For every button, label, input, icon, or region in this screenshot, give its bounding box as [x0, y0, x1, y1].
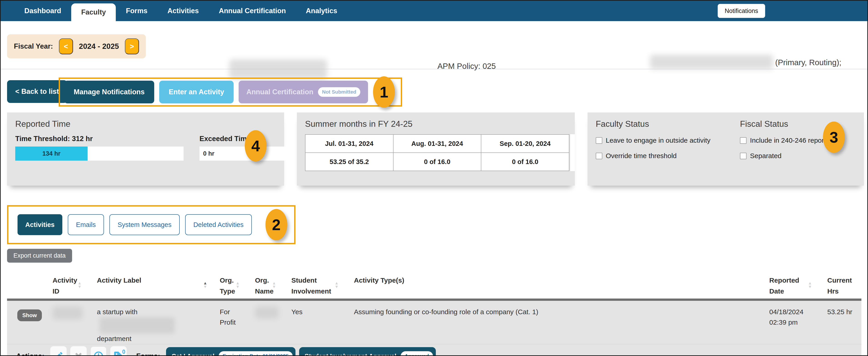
student-involvement-approval-badge[interactable]: Student Involvement Approval Approved	[299, 347, 436, 356]
header-activity-label-label: Activity Label	[97, 275, 141, 286]
leave-outside-activity-checkbox[interactable]	[596, 137, 602, 144]
sort-icon[interactable]	[78, 281, 82, 288]
cat-i-approval-badge[interactable]: Cat I Approval Expiration Date 01/01/202…	[166, 347, 296, 356]
row-activity-id	[44, 301, 89, 344]
department-suffix: (Primary, Routing);	[775, 58, 841, 67]
notifications-button[interactable]: Notifications	[718, 4, 765, 18]
nav-tab-faculty[interactable]: Faculty	[71, 3, 116, 21]
include-240-246-label: Include in 240-246 report	[750, 137, 826, 144]
enter-activity-button[interactable]: Enter an Activity	[159, 81, 234, 103]
department-line: (Primary, Routing);	[650, 55, 862, 69]
sort-icon[interactable]	[335, 281, 339, 288]
header-current-hrs[interactable]: Current Hrs	[819, 269, 861, 297]
table-row: Show a startup with department For Profi…	[7, 301, 861, 344]
toolbar: < Back to list Manage Notifications Ente…	[1, 69, 867, 108]
redacted-activity-label	[100, 317, 175, 333]
fiscal-year-next-button[interactable]: >	[125, 38, 139, 54]
faculty-status-block: Faculty Status Leave to engage in outsid…	[596, 119, 710, 160]
row-student-involvement: Yes	[283, 301, 346, 344]
callout-box-2: Activities Emails System Messages Delete…	[7, 205, 296, 244]
delete-activity-button[interactable]	[70, 346, 87, 356]
cat-i-approval-name: Cat I Approval	[172, 353, 215, 356]
header-activity-label[interactable]: Activity Label	[89, 269, 212, 297]
status-panel: Faculty Status Leave to engage in outsid…	[588, 112, 864, 186]
header-org-type[interactable]: Org. Type	[212, 269, 247, 297]
header-activity-id[interactable]: Activity ID	[44, 269, 89, 297]
reported-time-panel: Reported Time Time Threshold: 312 hr 134…	[7, 112, 284, 186]
time-threshold-label: Time Threshold: 312 hr	[15, 135, 184, 143]
callout-1-badge: 1	[373, 76, 395, 108]
header-actions-col	[7, 269, 44, 297]
sort-asc-icon[interactable]	[203, 281, 207, 288]
page: Dashboard Faculty Forms Activities Annua…	[0, 0, 868, 356]
separated-checkbox[interactable]	[740, 153, 747, 159]
row-current-hrs: 53.25 hr	[819, 301, 861, 344]
override-threshold-checkbox[interactable]	[596, 153, 602, 159]
header-activity-types-label: Activity Type(s)	[354, 275, 404, 286]
header-student-involvement[interactable]: Student Involvement	[283, 269, 346, 297]
clock-icon	[93, 351, 104, 356]
summer-table-scrollbar[interactable]	[570, 134, 575, 171]
activity-label-line1: a startup with	[97, 308, 137, 316]
header-org-name[interactable]: Org. Name	[247, 269, 283, 297]
tag-count-badge: 0	[122, 349, 125, 355]
summer-months-title: Summer months in FY 24-25	[305, 119, 575, 129]
summer-months-panel: Summer months in FY 24-25 Jul. 01-31, 20…	[297, 112, 575, 186]
fiscal-status-title: Fiscal Status	[740, 119, 826, 129]
nav-tab-dashboard[interactable]: Dashboard	[14, 1, 71, 21]
nav-tab-activities[interactable]: Activities	[157, 1, 209, 21]
show-button[interactable]: Show	[17, 310, 42, 321]
tab-deleted-activities[interactable]: Deleted Activities	[185, 214, 252, 235]
fiscal-status-block: Fiscal Status Include in 240-246 report …	[740, 119, 826, 160]
tab-system-messages[interactable]: System Messages	[110, 214, 180, 235]
redacted-org-name	[255, 307, 279, 319]
export-current-data-button[interactable]: Export current data	[7, 249, 72, 263]
separated-label: Separated	[750, 152, 781, 160]
header-reported-date[interactable]: Reported Date	[761, 269, 819, 297]
row-org-type: For Profit	[212, 301, 247, 344]
exceeded-time-block: Exceeded Time 0 hr	[199, 135, 287, 161]
callout-3-badge: 3	[823, 121, 845, 153]
info-panels: Reported Time Time Threshold: 312 hr 134…	[7, 112, 867, 186]
row-activity-label: a startup with department	[89, 301, 212, 344]
nav-tab-annual-certification[interactable]: Annual Certification	[209, 1, 296, 21]
header-activity-id-label: Activity ID	[53, 275, 73, 297]
not-submitted-badge: Not Submitted	[318, 87, 360, 97]
include-240-246-checkbox[interactable]	[740, 137, 747, 144]
time-threshold-bar: 134 hr	[15, 146, 184, 161]
header-activity-types[interactable]: Activity Type(s)	[346, 269, 761, 297]
back-to-list-button[interactable]: < Back to list	[7, 80, 67, 103]
nav-tab-forms[interactable]: Forms	[116, 1, 157, 21]
reported-time-title: Reported Time	[15, 119, 284, 129]
manage-notifications-button[interactable]: Manage Notifications	[64, 81, 154, 103]
sort-icon[interactable]	[236, 281, 240, 288]
callout-box-1: Manage Notifications Enter an Activity A…	[59, 77, 402, 107]
edit-activity-button[interactable]	[50, 346, 67, 356]
faculty-status-title: Faculty Status	[596, 119, 710, 129]
annual-certification-button[interactable]: Annual Certification Not Submitted	[239, 81, 368, 103]
student-involvement-approval-name: Student Involvement Approval	[305, 353, 396, 356]
callout-2-badge: 2	[266, 209, 287, 240]
annual-certification-label: Annual Certification	[246, 88, 313, 96]
history-button[interactable]	[90, 346, 107, 356]
redacted-activity-id	[53, 307, 83, 319]
summer-value-row: 53.25 of 35.2 0 of 16.0 0 of 16.0	[305, 153, 569, 171]
callout-4-badge: 4	[245, 130, 267, 162]
fiscal-year-selector: Fiscal Year: < 2024 - 2025 >	[7, 34, 146, 59]
header-org-type-label: Org. Type	[220, 275, 231, 297]
override-threshold-label: Override time threshold	[606, 152, 677, 160]
sort-icon[interactable]	[272, 281, 276, 288]
redacted-department	[650, 55, 773, 69]
approved-pill: Approved	[401, 351, 433, 356]
faculty-status-option: Override time threshold	[596, 152, 710, 160]
tab-activities[interactable]: Activities	[18, 214, 62, 235]
actions-label: Actions:	[16, 352, 44, 356]
fiscal-year-value: 2024 - 2025	[79, 42, 119, 51]
sort-icon[interactable]	[808, 281, 812, 288]
activity-label-line2: department	[97, 335, 131, 342]
tags-button[interactable]: 0	[110, 346, 127, 356]
summer-col-aug: Aug. 01-31, 2024	[393, 135, 481, 153]
tab-emails[interactable]: Emails	[68, 214, 104, 235]
fiscal-year-prev-button[interactable]: <	[59, 38, 73, 54]
nav-tab-analytics[interactable]: Analytics	[296, 1, 347, 21]
